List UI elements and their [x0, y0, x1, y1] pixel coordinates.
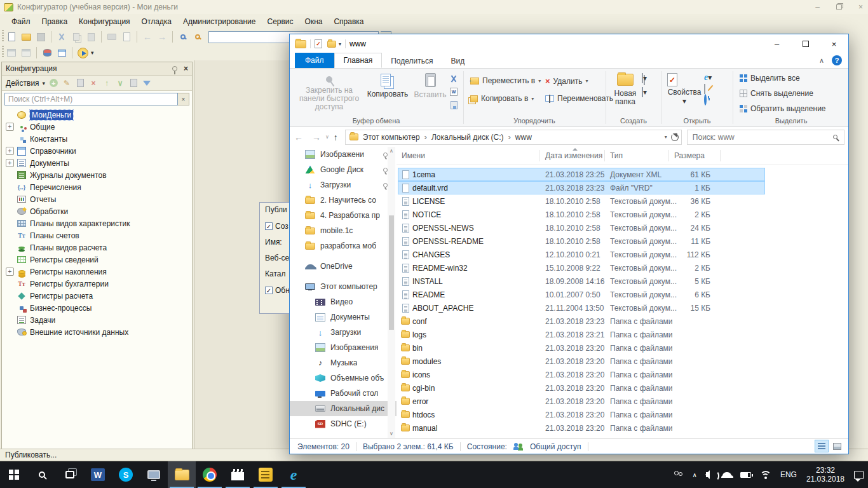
back-button[interactable]: ← [294, 132, 303, 142]
invert-selection-button[interactable]: Обратить выделение [740, 104, 826, 113]
tree-item[interactable]: Задачи [2, 314, 192, 326]
file-row[interactable]: htdocs21.03.2018 23:20Папка с файлами [398, 408, 765, 421]
file-row[interactable]: 1cema21.03.2018 23:25Документ XML61 КБ [398, 168, 765, 181]
people-button[interactable] [668, 461, 688, 488]
nav-item[interactable]: 2. Научитесь со [290, 193, 397, 208]
filter-button[interactable] [142, 78, 152, 88]
onedrive-tray-button[interactable] [718, 461, 736, 488]
tree-item[interactable]: Константы [2, 133, 192, 145]
sort-button[interactable] [128, 78, 139, 88]
taskbar-chrome-button[interactable] [196, 461, 224, 488]
column-size[interactable]: Размера [669, 147, 720, 164]
tab-file[interactable]: Файл [295, 53, 334, 68]
tree-expander-icon[interactable]: + [6, 268, 14, 276]
file-row[interactable]: CHANGES12.10.2010 0:21Текстовый докум...… [398, 248, 765, 261]
up-button[interactable]: ↑ [334, 132, 338, 142]
language-indicator[interactable]: ENG [776, 461, 801, 488]
wifi-button[interactable] [756, 461, 776, 488]
delete-button[interactable]: × Удалить ▾ [545, 76, 588, 86]
panel-close-button[interactable]: × [184, 64, 188, 73]
large-icons-view-button[interactable] [831, 440, 843, 452]
tree-item[interactable]: +Справочники [2, 145, 192, 157]
pin-to-quick-access-button[interactable]: Закрепить на панели быстрого доступа [296, 72, 362, 111]
debug-dropdown[interactable]: ▾ [91, 50, 94, 56]
nav-scrollbar[interactable]: ∧ ∨ [388, 147, 395, 438]
file-row[interactable]: manual21.03.2018 23:20Папка с файлами [398, 421, 765, 435]
cut-button[interactable] [447, 72, 460, 85]
breadcrumb-www[interactable]: www [511, 133, 536, 142]
tree-search-input[interactable]: Поиск (Ctrl+Alt+M) [4, 93, 178, 105]
recent-locations-dropdown[interactable]: ∨ [325, 134, 329, 140]
taskbar-explorer-button[interactable] [168, 461, 196, 488]
new-button[interactable] [5, 31, 18, 43]
column-type[interactable]: Тип [605, 147, 668, 164]
forward-button[interactable]: → [312, 132, 321, 142]
scroll-down-icon[interactable]: ∨ [388, 431, 395, 437]
select-all-button[interactable]: Выделить все [740, 74, 800, 83]
file-row[interactable]: OPENSSL-NEWS18.10.2010 2:58Текстовый док… [398, 221, 765, 234]
onec-close-button[interactable]: × [858, 3, 863, 11]
move-down-button[interactable]: ∨ [115, 78, 125, 88]
onec-title-bar[interactable]: Конфигуратор (учебная версия) - Мои день… [0, 0, 868, 14]
history-button[interactable] [704, 95, 712, 104]
checkbox-checked-icon[interactable]: ✓ [265, 222, 273, 230]
tree-item[interactable]: ТтПланы счетов [2, 229, 192, 241]
tree-item[interactable]: {..}Перечисления [2, 181, 192, 193]
checkbox-checked-icon[interactable]: ✓ [265, 287, 273, 294]
qat-new-folder-button[interactable] [327, 41, 336, 48]
qat-properties-button[interactable]: ✓ [315, 39, 322, 48]
copy-path-button[interactable]: W [447, 86, 460, 98]
save-button[interactable] [34, 31, 47, 43]
menu-item[interactable]: Отладка [137, 15, 177, 28]
explorer-minimize-button[interactable]: – [763, 34, 791, 53]
taskbar-word-button[interactable]: W [84, 461, 112, 488]
tree-item[interactable]: +Документы [2, 157, 192, 169]
tree-expander-icon[interactable]: + [6, 123, 14, 131]
taskbar-start-button[interactable] [0, 461, 28, 488]
tree-item[interactable]: +Общие [2, 121, 192, 133]
action-center-button[interactable] [850, 461, 868, 488]
file-row[interactable]: default.vrd21.03.2018 23:23Файл "VRD"1 К… [398, 181, 765, 194]
select-none-button[interactable]: Снять выделение [740, 89, 813, 98]
file-row[interactable]: ABOUT_APACHE21.11.2004 13:50Текстовый до… [398, 301, 765, 315]
nav-item[interactable]: Объемные объ [290, 370, 397, 386]
file-row[interactable]: OPENSSL-README18.10.2010 2:58Текстовый д… [398, 234, 765, 248]
details-view-button[interactable] [815, 440, 828, 452]
move-up-button[interactable]: ↑ [102, 78, 112, 88]
nav-item[interactable]: Изображения [290, 340, 397, 355]
paste-button[interactable] [85, 31, 97, 43]
start-debug-button[interactable] [76, 47, 89, 59]
menu-item[interactable]: Файл [6, 15, 36, 28]
config-window-button[interactable] [5, 47, 18, 59]
paste-button[interactable]: Вставить [412, 72, 449, 99]
tab-home[interactable]: Главная [334, 53, 383, 68]
new-folder-button[interactable]: Новаяпапка [610, 72, 641, 106]
panel-pin-icon[interactable] [172, 66, 177, 71]
undo-button[interactable]: ← [141, 31, 154, 43]
file-row[interactable]: logs21.03.2018 23:21Папка с файлами [398, 328, 765, 341]
breadcrumb-drive-c[interactable]: Локальный диск (C:) [427, 133, 508, 142]
open-button[interactable] [20, 31, 32, 43]
nav-item[interactable]: Изображени [290, 147, 397, 162]
taskbar-onecdb-button[interactable] [140, 461, 168, 488]
file-row[interactable]: cgi-bin21.03.2018 23:20Папка с файлами [398, 381, 765, 395]
tree-item[interactable]: МоиДеньги [2, 109, 192, 121]
clock[interactable]: 23:3221.03.2018 [801, 461, 850, 488]
column-date[interactable]: Дата изменения [540, 147, 604, 164]
tree-item[interactable]: Регистры сведений [2, 254, 192, 266]
tree-item[interactable]: Обработки [2, 205, 192, 217]
file-row[interactable]: LICENSE18.10.2010 2:58Текстовый докум...… [398, 194, 765, 208]
file-row[interactable]: conf21.03.2018 23:23Папка с файлами [398, 315, 765, 328]
explorer-close-button[interactable]: × [820, 34, 848, 53]
tree-item[interactable]: Регистры расчета [2, 290, 192, 302]
file-row[interactable]: bin21.03.2018 23:20Папка с файлами [398, 341, 765, 355]
global-search-button[interactable] [177, 31, 189, 43]
tree-search-clear-button[interactable]: × [178, 93, 189, 105]
file-row[interactable]: README10.01.2007 0:50Текстовый докум...6… [398, 288, 765, 301]
file-row[interactable]: README-win3215.10.2008 9:22Текстовый док… [398, 261, 765, 274]
database-button[interactable] [41, 47, 53, 59]
refresh-icon[interactable] [671, 133, 679, 141]
file-row[interactable]: NOTICE18.10.2010 2:58Текстовый докум...2… [398, 208, 765, 221]
qat-customize-dropdown[interactable]: ▾ [339, 41, 341, 47]
search-icon[interactable] [833, 135, 837, 139]
